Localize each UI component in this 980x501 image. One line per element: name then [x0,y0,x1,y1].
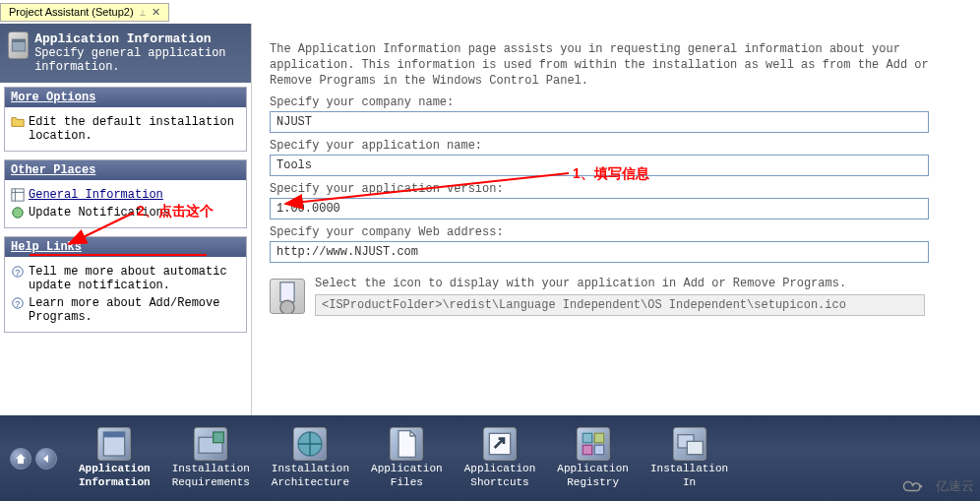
nav-icon [293,427,327,461]
svg-rect-18 [582,434,591,443]
nav-label: Installation In [650,463,728,488]
nav-icon [97,427,131,461]
nav-icon [390,427,423,461]
tab-title: Project Assistant (Setup2) [9,6,134,18]
appname-label: Specify your application name: [270,139,962,153]
banner-title: Application Information [34,31,243,46]
left-sidebar: Application Information Specify general … [0,24,252,415]
item-label: General Information [29,188,163,202]
icon-path-input[interactable] [315,294,925,316]
close-icon[interactable]: ✕ [152,6,160,19]
item-label: Tell me more about automatic update noti… [29,265,240,292]
nav-label: Application Shortcuts [464,463,536,488]
panel-other-places: Other Places General Information Update … [4,159,247,228]
panel-header: More Options [5,88,246,107]
item-edit-install-location[interactable]: Edit the default installation location. [9,113,242,145]
nav-application-information[interactable]: Application Information [79,427,151,488]
form-area: The Application Information page assists… [252,24,980,415]
bottom-nav: Application Information Installation Req… [0,415,980,501]
banner: Application Information Specify general … [0,24,251,83]
intro-text: The Application Information page assists… [270,41,962,90]
nav-application-registry[interactable]: Application Registry [557,427,629,488]
svg-point-26 [919,485,922,488]
folder-icon [11,115,25,129]
svg-rect-23 [687,442,703,455]
svg-rect-15 [214,432,224,443]
svg-point-11 [280,300,294,313]
item-label: Edit the default installation location. [29,115,240,143]
svg-rect-2 [12,189,24,201]
panel-header: Other Places [5,160,246,180]
banner-app-icon [8,31,29,59]
version-label: Specify your application version: [270,182,962,196]
svg-text:?: ? [15,268,20,278]
icon-description: Select the icon to display with your app… [315,277,962,290]
nav-installation-architecture[interactable]: Installation Architecture [272,427,349,488]
nav-label: Application Registry [557,463,629,488]
help-icon: ? [11,296,25,310]
item-help-auto-update[interactable]: ? Tell me more about automatic update no… [9,263,242,294]
svg-rect-1 [12,39,26,42]
item-update-notifications[interactable]: Update Notifications [9,204,242,221]
appname-input[interactable] [270,155,929,176]
nav-label: Installation Architecture [272,463,349,488]
svg-rect-21 [594,446,603,455]
web-input[interactable] [270,241,929,263]
web-label: Specify your company Web address: [270,225,962,239]
svg-rect-19 [594,434,603,443]
banner-subtitle: Specify general application information. [34,46,243,75]
watermark: 亿速云 [902,477,974,495]
nav-installation-requirements[interactable]: Installation Requirements [172,427,250,488]
nav-application-files[interactable]: Application Files [371,427,443,488]
company-input[interactable] [270,111,929,133]
nav-label: Application Information [79,463,151,488]
main-area: Application Information Specify general … [0,24,980,415]
item-general-information[interactable]: General Information [9,186,242,204]
item-label: Learn more about Add/Remove Programs. [29,296,240,324]
nav-label: Installation Requirements [172,463,250,488]
watermark-text: 亿速云 [936,477,974,495]
nav-label: Application Files [371,463,443,488]
svg-rect-10 [280,282,294,301]
panel-more-options: More Options Edit the default installati… [4,87,247,152]
nav-back-button[interactable] [35,448,57,470]
nav-application-shortcuts[interactable]: Application Shortcuts [464,427,536,488]
globe-icon [11,206,25,219]
svg-rect-20 [582,446,591,455]
svg-point-5 [13,208,24,219]
pin-icon[interactable]: ⟂ [140,7,146,18]
svg-text:?: ? [15,299,20,309]
panel-header: Help Links [5,237,246,257]
nav-installation-interview[interactable]: Installation In [650,427,728,488]
svg-rect-13 [104,432,125,437]
nav-icon [673,427,706,461]
app-icon-preview [270,279,305,314]
version-input[interactable] [270,198,929,219]
nav-icon [194,427,227,461]
nav-icon [577,427,610,461]
nav-icon [483,427,517,461]
company-label: Specify your company name: [270,95,962,109]
tab-bar: Project Assistant (Setup2) ⟂ ✕ [0,0,980,24]
help-icon: ? [11,265,25,279]
item-help-add-remove[interactable]: ? Learn more about Add/Remove Programs. [9,294,242,326]
item-label: Update Notifications [29,206,170,219]
panel-help-links: Help Links ? Tell me more about automati… [4,236,247,333]
grid-icon [11,188,25,202]
tab-project-assistant[interactable]: Project Assistant (Setup2) ⟂ ✕ [0,3,169,22]
nav-home-button[interactable] [10,448,31,470]
